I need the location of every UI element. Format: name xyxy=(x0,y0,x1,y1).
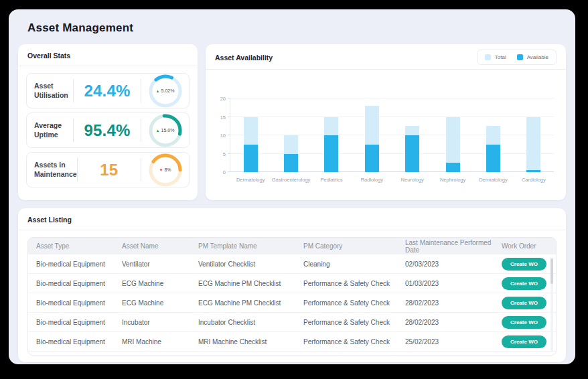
stat-label: Assets in Maintenance xyxy=(27,161,77,178)
cell-last-maintenance-date: 28/02/2023 xyxy=(405,299,502,307)
stat-label: Average Uptime xyxy=(27,121,73,139)
x-tick-label: Cardiology xyxy=(506,177,562,183)
delta-badge: ▲ 15.0% xyxy=(148,113,183,148)
y-axis-tick xyxy=(228,98,230,98)
stat-label: Asset Utilisation xyxy=(27,82,73,99)
cell-asset-name: ECG Machine xyxy=(122,299,198,307)
cell-pm-category: Performance & Safety Check xyxy=(303,299,405,307)
cell-pm-template: Incubator Checklist xyxy=(198,319,303,326)
stat-gauge: ▲ 5.02% xyxy=(141,74,189,108)
cell-asset-type: Bio-medical Equipment xyxy=(28,260,122,268)
available-bar xyxy=(324,135,338,172)
create-wo-button[interactable]: Create WO xyxy=(502,316,546,329)
overall-stats-card: Overall Stats Asset Utilisation 24.4% xyxy=(18,44,198,200)
gauge-ring-icon: ▲ 5.02% xyxy=(148,74,183,108)
stat-value: 15 xyxy=(78,161,141,179)
chart-bar-group: Dermatology xyxy=(230,98,271,172)
delta-badge: ▼ 8% xyxy=(148,153,183,187)
available-bar xyxy=(486,145,500,172)
legend-label: Available xyxy=(527,54,548,60)
chart-plot: DermatologyGastroenterologyPediatricsRad… xyxy=(230,98,554,172)
cell-asset-name: ECG Machine xyxy=(122,280,198,287)
scrollbar-thumb[interactable] xyxy=(550,258,553,284)
trend-arrow-icon: ▲ xyxy=(156,89,160,93)
cell-last-maintenance-date: 01/03/2023 xyxy=(405,280,502,287)
trend-arrow-icon: ▼ xyxy=(159,168,163,172)
total-swatch-icon xyxy=(485,54,491,60)
y-tick-label: 10 xyxy=(214,133,226,139)
create-wo-button[interactable]: Create WO xyxy=(502,258,546,271)
y-axis-tick xyxy=(228,171,230,172)
trend-arrow-icon: ▲ xyxy=(156,129,160,133)
chart-gridline xyxy=(230,171,554,172)
y-tick-label: 5 xyxy=(214,151,226,157)
gauge-ring-icon: ▼ 8% xyxy=(148,153,183,187)
stat-tile: Asset Utilisation 24.4% ▲ xyxy=(26,73,190,108)
cell-asset-type: Bio-medical Equipment xyxy=(28,280,122,287)
col-header-work-order: Work Order xyxy=(502,242,556,250)
stats-body: Asset Utilisation 24.4% ▲ xyxy=(18,66,198,194)
table-row: Bio-medical Equipment Incubator Incubato… xyxy=(28,313,556,332)
listing-header: Asset Listing xyxy=(18,208,566,230)
screen-frame: Asset Management Overall Stats Asset Uti… xyxy=(0,0,588,379)
chart-bar-group: Gastroenterology xyxy=(271,98,311,172)
asset-availability-card: Asset Availability Total Available xyxy=(206,44,566,200)
stat-gauge: ▼ 8% xyxy=(141,153,189,187)
y-tick-label: 20 xyxy=(214,96,226,102)
chart-legend: Total Available xyxy=(477,50,557,65)
col-header-last-maintenance: Last Maintenance Performed Date xyxy=(405,239,502,254)
chart-bar-group: Neurology xyxy=(392,98,433,172)
table-row: Bio-medical Equipment ECG Machine ECG Ma… xyxy=(28,274,556,293)
delta-value: 15.0% xyxy=(161,128,175,133)
stat-tile: Assets in Maintenance 15 ▼ xyxy=(26,152,190,187)
chart-gridline xyxy=(230,135,554,135)
table-header-row: Asset Type Asset Name PM Template Name P… xyxy=(28,238,556,254)
stat-value: 24.4% xyxy=(74,82,141,100)
cell-pm-category: Performance & Safety Check xyxy=(303,280,405,287)
overall-stats-header: Overall Stats xyxy=(18,44,198,66)
stat-gauge: ▲ 15.0% xyxy=(141,113,189,148)
col-header-pm-category: PM Category xyxy=(303,242,405,250)
top-cards-row: Overall Stats Asset Utilisation 24.4% xyxy=(18,44,566,200)
legend-item-available[interactable]: Available xyxy=(517,54,548,60)
create-wo-button[interactable]: Create WO xyxy=(502,277,546,290)
gauge-ring-icon: ▲ 15.0% xyxy=(148,113,183,148)
cell-asset-name: MRI Machine xyxy=(122,338,198,346)
cell-pm-category: Performance & Safety Check xyxy=(303,319,405,326)
table-row: Bio-medical Equipment ECG Machine ECG Ma… xyxy=(28,293,556,313)
table-row: Bio-medical Equipment MRI Machine MRI Ma… xyxy=(28,332,556,352)
table-scrollbar[interactable] xyxy=(550,257,553,352)
available-swatch-icon xyxy=(517,54,523,60)
chart-slots: DermatologyGastroenterologyPediatricsRad… xyxy=(230,98,554,172)
chart-title: Asset Availability xyxy=(215,54,273,62)
dashboard-panel: Asset Management Overall Stats Asset Uti… xyxy=(9,9,575,364)
chart-header: Asset Availability Total Available xyxy=(206,44,566,70)
y-axis-tick xyxy=(228,117,230,117)
cell-pm-template: ECG Machine PM Checklist xyxy=(198,299,303,307)
cell-pm-category: Performance & Safety Check xyxy=(303,338,405,346)
y-axis-tick xyxy=(228,135,230,135)
chart-bar-group: Dermatology xyxy=(473,98,513,172)
legend-item-total[interactable]: Total xyxy=(485,54,506,60)
available-bar xyxy=(405,135,419,172)
cell-asset-type: Bio-medical Equipment xyxy=(28,319,122,326)
partial-next-row xyxy=(28,352,556,356)
create-wo-button[interactable]: Create WO xyxy=(502,297,546,309)
table-row: Bio-medical Equipment Ventilator Ventila… xyxy=(28,254,556,274)
available-bar xyxy=(526,170,540,172)
page-title: Asset Management xyxy=(27,21,566,35)
col-header-asset-type: Asset Type xyxy=(28,242,122,250)
cell-pm-template: MRI Machine Checklist xyxy=(198,338,303,346)
cell-last-maintenance-date: 02/03/2023 xyxy=(405,260,502,268)
create-wo-button[interactable]: Create WO xyxy=(502,335,546,348)
y-tick-label: 0 xyxy=(214,169,226,175)
cell-asset-name: Ventilator xyxy=(122,260,198,268)
chart-bar-group: Cardiology xyxy=(514,98,554,172)
total-bar xyxy=(526,117,540,173)
y-axis-tick xyxy=(228,153,230,154)
asset-listing-table: Asset Type Asset Name PM Template Name P… xyxy=(27,237,557,356)
chart-bar-group: Pediatrics xyxy=(311,98,352,172)
y-tick-label: 15 xyxy=(214,114,226,120)
chart-gridline xyxy=(230,117,554,117)
cell-pm-category: Cleaning xyxy=(303,260,405,268)
